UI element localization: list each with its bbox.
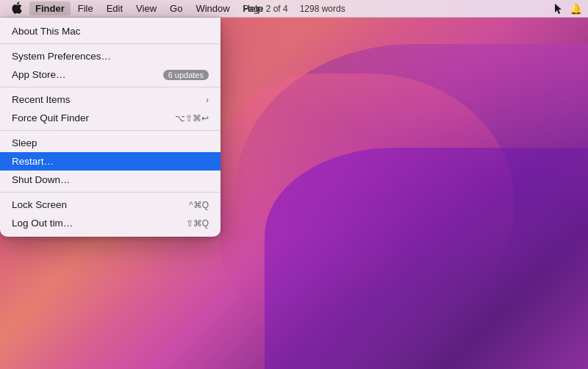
cursor-status-icon [553, 3, 565, 15]
menubar-file[interactable]: File [72, 1, 99, 15]
menu-item-app-store[interactable]: App Store… 6 updates [0, 65, 220, 84]
menubar: Finder File Edit View Go Window Help Pag… [0, 0, 588, 18]
menu-item-label: Restart… [12, 156, 54, 167]
menu-item-recent-items[interactable]: Recent Items › [0, 90, 220, 109]
menu-item-log-out[interactable]: Log Out tim… ⇧⌘Q [0, 214, 220, 232]
menu-item-label: Sleep [12, 137, 37, 148]
menu-item-label: Shut Down… [12, 174, 71, 185]
menubar-go[interactable]: Go [164, 1, 188, 15]
menu-item-label: System Preferences… [12, 51, 111, 62]
wave-decoration-4 [265, 148, 588, 369]
menu-item-label: Log Out tim… [12, 218, 73, 229]
menu-item-label: Force Quit Finder [12, 112, 89, 123]
menubar-center: Page 2 of 4 1298 words [243, 4, 345, 14]
separator-2 [0, 87, 220, 87]
menubar-right: 🔔 [553, 3, 582, 15]
menu-item-restart[interactable]: Restart… [0, 152, 220, 171]
lock-screen-shortcut: ^⌘Q [189, 200, 209, 210]
notification-bell-icon[interactable]: 🔔 [570, 3, 582, 15]
menu-item-label: About This Mac [12, 26, 81, 37]
separator-4 [0, 192, 220, 193]
menu-item-force-quit-finder[interactable]: Force Quit Finder ⌥⇧⌘↩ [0, 109, 220, 127]
svg-marker-0 [555, 4, 562, 14]
force-quit-shortcut: ⌥⇧⌘↩ [175, 113, 209, 123]
menubar-view[interactable]: View [130, 1, 162, 15]
app-store-updates-badge: 6 updates [163, 70, 209, 80]
menu-item-about-this-mac[interactable]: About This Mac [0, 22, 220, 40]
log-out-shortcut: ⇧⌘Q [186, 218, 209, 229]
separator-3 [0, 130, 220, 131]
word-count: 1298 words [300, 4, 345, 14]
separator-1 [0, 43, 220, 44]
menubar-window[interactable]: Window [190, 1, 235, 15]
menubar-finder[interactable]: Finder [29, 1, 71, 15]
apple-dropdown-menu: About This Mac System Preferences… App S… [0, 18, 220, 237]
apple-menu-button[interactable] [6, 0, 28, 18]
menu-item-label: Recent Items [12, 94, 71, 105]
menu-item-system-preferences[interactable]: System Preferences… [0, 47, 220, 65]
menubar-left: Finder File Edit View Go Window Help [6, 0, 268, 18]
menubar-edit[interactable]: Edit [101, 1, 129, 15]
page-info: Page 2 of 4 [243, 4, 287, 14]
menu-item-label: App Store… [12, 69, 66, 80]
menu-item-sleep[interactable]: Sleep [0, 134, 220, 152]
submenu-arrow-icon: › [206, 95, 209, 105]
menu-item-shut-down[interactable]: Shut Down… [0, 171, 220, 189]
menu-item-label: Lock Screen [12, 199, 67, 210]
menu-item-lock-screen[interactable]: Lock Screen ^⌘Q [0, 196, 220, 214]
